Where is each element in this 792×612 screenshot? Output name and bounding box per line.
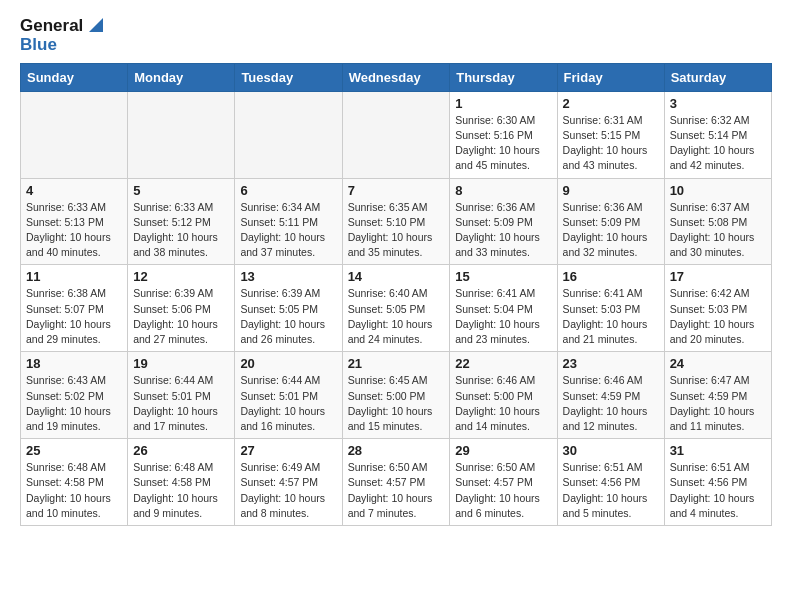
day-info: Sunrise: 6:43 AM Sunset: 5:02 PM Dayligh… bbox=[26, 373, 122, 434]
day-number: 25 bbox=[26, 443, 122, 458]
day-info: Sunrise: 6:47 AM Sunset: 4:59 PM Dayligh… bbox=[670, 373, 766, 434]
calendar-cell bbox=[235, 91, 342, 178]
day-info: Sunrise: 6:44 AM Sunset: 5:01 PM Dayligh… bbox=[240, 373, 336, 434]
day-number: 5 bbox=[133, 183, 229, 198]
day-number: 21 bbox=[348, 356, 445, 371]
calendar-cell: 4Sunrise: 6:33 AM Sunset: 5:13 PM Daylig… bbox=[21, 178, 128, 265]
logo-general: General bbox=[20, 17, 83, 36]
day-number: 6 bbox=[240, 183, 336, 198]
calendar-cell bbox=[342, 91, 450, 178]
weekday-header-saturday: Saturday bbox=[664, 63, 771, 91]
day-number: 9 bbox=[563, 183, 659, 198]
day-info: Sunrise: 6:33 AM Sunset: 5:13 PM Dayligh… bbox=[26, 200, 122, 261]
day-info: Sunrise: 6:36 AM Sunset: 5:09 PM Dayligh… bbox=[563, 200, 659, 261]
day-number: 22 bbox=[455, 356, 551, 371]
day-info: Sunrise: 6:41 AM Sunset: 5:04 PM Dayligh… bbox=[455, 286, 551, 347]
day-info: Sunrise: 6:42 AM Sunset: 5:03 PM Dayligh… bbox=[670, 286, 766, 347]
day-number: 4 bbox=[26, 183, 122, 198]
day-info: Sunrise: 6:39 AM Sunset: 5:06 PM Dayligh… bbox=[133, 286, 229, 347]
day-number: 29 bbox=[455, 443, 551, 458]
calendar-cell: 22Sunrise: 6:46 AM Sunset: 5:00 PM Dayli… bbox=[450, 352, 557, 439]
day-number: 16 bbox=[563, 269, 659, 284]
day-number: 30 bbox=[563, 443, 659, 458]
day-number: 12 bbox=[133, 269, 229, 284]
calendar-cell: 14Sunrise: 6:40 AM Sunset: 5:05 PM Dayli… bbox=[342, 265, 450, 352]
calendar-cell bbox=[128, 91, 235, 178]
day-number: 11 bbox=[26, 269, 122, 284]
day-info: Sunrise: 6:50 AM Sunset: 4:57 PM Dayligh… bbox=[455, 460, 551, 521]
day-info: Sunrise: 6:39 AM Sunset: 5:05 PM Dayligh… bbox=[240, 286, 336, 347]
calendar-cell: 11Sunrise: 6:38 AM Sunset: 5:07 PM Dayli… bbox=[21, 265, 128, 352]
logo-blue: Blue bbox=[20, 36, 57, 55]
calendar-header-row: SundayMondayTuesdayWednesdayThursdayFrid… bbox=[21, 63, 772, 91]
calendar-cell: 17Sunrise: 6:42 AM Sunset: 5:03 PM Dayli… bbox=[664, 265, 771, 352]
day-info: Sunrise: 6:36 AM Sunset: 5:09 PM Dayligh… bbox=[455, 200, 551, 261]
weekday-header-monday: Monday bbox=[128, 63, 235, 91]
day-number: 24 bbox=[670, 356, 766, 371]
weekday-header-tuesday: Tuesday bbox=[235, 63, 342, 91]
calendar-cell: 18Sunrise: 6:43 AM Sunset: 5:02 PM Dayli… bbox=[21, 352, 128, 439]
calendar-cell: 6Sunrise: 6:34 AM Sunset: 5:11 PM Daylig… bbox=[235, 178, 342, 265]
calendar-cell: 3Sunrise: 6:32 AM Sunset: 5:14 PM Daylig… bbox=[664, 91, 771, 178]
day-number: 27 bbox=[240, 443, 336, 458]
calendar-cell: 23Sunrise: 6:46 AM Sunset: 4:59 PM Dayli… bbox=[557, 352, 664, 439]
weekday-header-sunday: Sunday bbox=[21, 63, 128, 91]
calendar-week-5: 25Sunrise: 6:48 AM Sunset: 4:58 PM Dayli… bbox=[21, 439, 772, 526]
day-info: Sunrise: 6:31 AM Sunset: 5:15 PM Dayligh… bbox=[563, 113, 659, 174]
day-number: 18 bbox=[26, 356, 122, 371]
calendar-week-4: 18Sunrise: 6:43 AM Sunset: 5:02 PM Dayli… bbox=[21, 352, 772, 439]
calendar-cell: 26Sunrise: 6:48 AM Sunset: 4:58 PM Dayli… bbox=[128, 439, 235, 526]
day-number: 2 bbox=[563, 96, 659, 111]
calendar-cell: 12Sunrise: 6:39 AM Sunset: 5:06 PM Dayli… bbox=[128, 265, 235, 352]
day-info: Sunrise: 6:32 AM Sunset: 5:14 PM Dayligh… bbox=[670, 113, 766, 174]
day-number: 8 bbox=[455, 183, 551, 198]
day-info: Sunrise: 6:30 AM Sunset: 5:16 PM Dayligh… bbox=[455, 113, 551, 174]
calendar-cell: 9Sunrise: 6:36 AM Sunset: 5:09 PM Daylig… bbox=[557, 178, 664, 265]
calendar-cell: 31Sunrise: 6:51 AM Sunset: 4:56 PM Dayli… bbox=[664, 439, 771, 526]
day-info: Sunrise: 6:33 AM Sunset: 5:12 PM Dayligh… bbox=[133, 200, 229, 261]
calendar-cell: 15Sunrise: 6:41 AM Sunset: 5:04 PM Dayli… bbox=[450, 265, 557, 352]
day-info: Sunrise: 6:44 AM Sunset: 5:01 PM Dayligh… bbox=[133, 373, 229, 434]
day-number: 28 bbox=[348, 443, 445, 458]
calendar-cell: 19Sunrise: 6:44 AM Sunset: 5:01 PM Dayli… bbox=[128, 352, 235, 439]
day-info: Sunrise: 6:48 AM Sunset: 4:58 PM Dayligh… bbox=[133, 460, 229, 521]
day-number: 15 bbox=[455, 269, 551, 284]
calendar-cell: 24Sunrise: 6:47 AM Sunset: 4:59 PM Dayli… bbox=[664, 352, 771, 439]
calendar-week-2: 4Sunrise: 6:33 AM Sunset: 5:13 PM Daylig… bbox=[21, 178, 772, 265]
calendar-cell: 5Sunrise: 6:33 AM Sunset: 5:12 PM Daylig… bbox=[128, 178, 235, 265]
svg-marker-0 bbox=[89, 18, 103, 32]
calendar-cell: 13Sunrise: 6:39 AM Sunset: 5:05 PM Dayli… bbox=[235, 265, 342, 352]
day-number: 3 bbox=[670, 96, 766, 111]
day-number: 23 bbox=[563, 356, 659, 371]
day-info: Sunrise: 6:40 AM Sunset: 5:05 PM Dayligh… bbox=[348, 286, 445, 347]
calendar-cell bbox=[21, 91, 128, 178]
day-number: 1 bbox=[455, 96, 551, 111]
day-info: Sunrise: 6:50 AM Sunset: 4:57 PM Dayligh… bbox=[348, 460, 445, 521]
day-number: 26 bbox=[133, 443, 229, 458]
calendar-cell: 2Sunrise: 6:31 AM Sunset: 5:15 PM Daylig… bbox=[557, 91, 664, 178]
calendar-cell: 20Sunrise: 6:44 AM Sunset: 5:01 PM Dayli… bbox=[235, 352, 342, 439]
calendar-cell: 27Sunrise: 6:49 AM Sunset: 4:57 PM Dayli… bbox=[235, 439, 342, 526]
calendar-cell: 1Sunrise: 6:30 AM Sunset: 5:16 PM Daylig… bbox=[450, 91, 557, 178]
day-info: Sunrise: 6:45 AM Sunset: 5:00 PM Dayligh… bbox=[348, 373, 445, 434]
day-number: 17 bbox=[670, 269, 766, 284]
calendar-week-1: 1Sunrise: 6:30 AM Sunset: 5:16 PM Daylig… bbox=[21, 91, 772, 178]
calendar-cell: 30Sunrise: 6:51 AM Sunset: 4:56 PM Dayli… bbox=[557, 439, 664, 526]
day-info: Sunrise: 6:46 AM Sunset: 5:00 PM Dayligh… bbox=[455, 373, 551, 434]
page-header: General Blue bbox=[20, 16, 772, 55]
calendar-week-3: 11Sunrise: 6:38 AM Sunset: 5:07 PM Dayli… bbox=[21, 265, 772, 352]
calendar-cell: 8Sunrise: 6:36 AM Sunset: 5:09 PM Daylig… bbox=[450, 178, 557, 265]
day-info: Sunrise: 6:48 AM Sunset: 4:58 PM Dayligh… bbox=[26, 460, 122, 521]
day-info: Sunrise: 6:49 AM Sunset: 4:57 PM Dayligh… bbox=[240, 460, 336, 521]
day-number: 10 bbox=[670, 183, 766, 198]
calendar-cell: 7Sunrise: 6:35 AM Sunset: 5:10 PM Daylig… bbox=[342, 178, 450, 265]
calendar-cell: 28Sunrise: 6:50 AM Sunset: 4:57 PM Dayli… bbox=[342, 439, 450, 526]
day-info: Sunrise: 6:41 AM Sunset: 5:03 PM Dayligh… bbox=[563, 286, 659, 347]
day-info: Sunrise: 6:51 AM Sunset: 4:56 PM Dayligh… bbox=[563, 460, 659, 521]
day-number: 13 bbox=[240, 269, 336, 284]
calendar-cell: 29Sunrise: 6:50 AM Sunset: 4:57 PM Dayli… bbox=[450, 439, 557, 526]
calendar-cell: 21Sunrise: 6:45 AM Sunset: 5:00 PM Dayli… bbox=[342, 352, 450, 439]
weekday-header-wednesday: Wednesday bbox=[342, 63, 450, 91]
day-info: Sunrise: 6:38 AM Sunset: 5:07 PM Dayligh… bbox=[26, 286, 122, 347]
weekday-header-friday: Friday bbox=[557, 63, 664, 91]
